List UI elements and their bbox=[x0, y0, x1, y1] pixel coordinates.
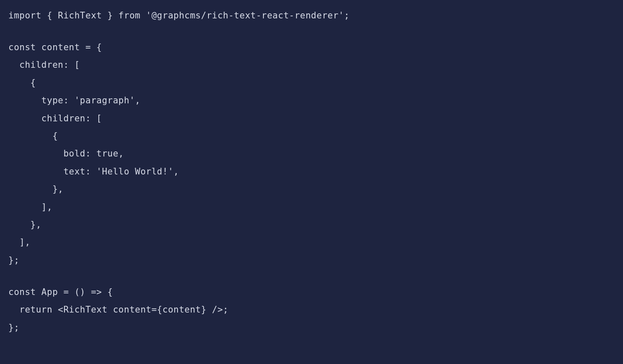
code-line: ], bbox=[8, 233, 615, 251]
code-line: ], bbox=[8, 198, 615, 216]
code-line: const App = () => { bbox=[8, 283, 615, 301]
code-line: type: 'paragraph', bbox=[8, 92, 615, 109]
code-line bbox=[8, 24, 615, 38]
code-line bbox=[8, 269, 615, 283]
code-line: }; bbox=[8, 319, 615, 336]
code-line: text: 'Hello World!', bbox=[8, 163, 615, 180]
code-line: }; bbox=[8, 251, 615, 269]
code-block: import { RichText } from '@graphcms/rich… bbox=[8, 7, 615, 336]
code-line: children: [ bbox=[8, 56, 615, 74]
code-line: }, bbox=[8, 216, 615, 233]
code-line: children: [ bbox=[8, 110, 615, 127]
code-line: import { RichText } from '@graphcms/rich… bbox=[8, 7, 615, 24]
code-line: const content = { bbox=[8, 38, 615, 56]
code-line: { bbox=[8, 127, 615, 145]
code-line: return <RichText content={content} />; bbox=[8, 301, 615, 318]
code-line: }, bbox=[8, 180, 615, 198]
code-line: { bbox=[8, 74, 615, 92]
code-line: bold: true, bbox=[8, 145, 615, 162]
